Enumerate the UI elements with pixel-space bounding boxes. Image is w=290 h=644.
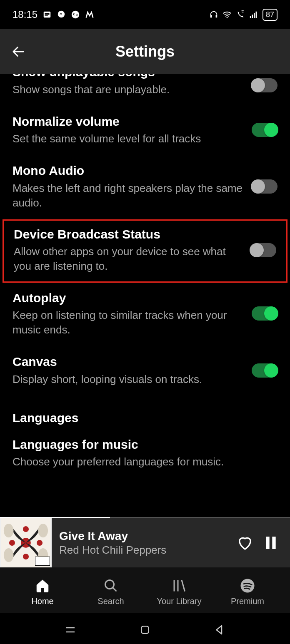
svg-rect-6	[250, 16, 251, 18]
setting-device-broadcast: Device Broadcast Status Allow other apps…	[14, 226, 276, 274]
headphones-icon	[209, 10, 218, 19]
setting-desc: Allow other apps on your device to see w…	[14, 244, 242, 274]
status-time: 18:15	[12, 9, 38, 20]
svg-point-5	[227, 17, 228, 18]
status-right: 87	[209, 9, 278, 21]
svg-rect-21	[272, 537, 275, 549]
nav-search[interactable]: Search	[77, 577, 145, 606]
search-icon	[102, 577, 119, 594]
setting-desc: Display short, looping visuals on tracks…	[12, 372, 243, 387]
toggle-device-broadcast[interactable]	[250, 243, 276, 257]
notification-shazam-icon	[71, 10, 80, 19]
signal-icon	[249, 10, 258, 19]
back-button[interactable]	[10, 43, 27, 60]
svg-point-14	[23, 526, 29, 532]
album-art[interactable]	[0, 518, 52, 567]
toggle-canvas[interactable]	[252, 363, 278, 378]
battery-level: 87	[266, 10, 274, 19]
setting-languages-for-music[interactable]: Languages for music Choose your preferre…	[0, 429, 290, 479]
status-bar: 18:15 87	[0, 0, 290, 29]
recent-apps-button[interactable]	[62, 622, 79, 638]
setting-desc: Makes the left and right speakers play t…	[12, 181, 243, 210]
notification-bubble-icon	[57, 10, 66, 19]
nav-label: Your Library	[157, 597, 201, 606]
now-playing-text[interactable]: Give It Away Red Hot Chili Peppers	[59, 530, 228, 557]
setting-mono-audio: Mono Audio Makes the left and right spea…	[0, 155, 290, 219]
status-left: 18:15	[12, 9, 94, 20]
nav-premium[interactable]: Premium	[213, 577, 282, 606]
svg-point-16	[4, 524, 14, 537]
spotify-icon	[239, 577, 256, 594]
back-nav-button[interactable]	[211, 622, 228, 638]
svg-rect-8	[254, 13, 255, 18]
explicit-badge-icon	[35, 557, 50, 566]
svg-rect-9	[256, 12, 257, 18]
highlight-box: Device Broadcast Status Allow other apps…	[2, 219, 288, 283]
setting-show-unplayable: Show unplayable songs Show songs that ar…	[0, 74, 290, 106]
setting-desc: Choose your preferred languages for musi…	[12, 455, 278, 469]
setting-desc: Set the same volume level for all tracks	[12, 132, 243, 146]
setting-desc: Show songs that are unplayable.	[12, 82, 243, 97]
svg-point-2	[72, 11, 79, 18]
nav-home[interactable]: Home	[8, 577, 77, 606]
toggle-mono-audio[interactable]	[252, 179, 278, 194]
bottom-nav: Home Search Your Library Premium	[0, 567, 290, 613]
nav-library[interactable]: Your Library	[145, 577, 213, 606]
setting-canvas: Canvas Display short, looping visuals on…	[0, 346, 290, 396]
pause-button[interactable]	[262, 534, 280, 552]
svg-point-17	[38, 524, 48, 537]
svg-point-12	[9, 540, 15, 546]
track-artist: Red Hot Chili Peppers	[59, 544, 228, 557]
battery-indicator: 87	[262, 9, 278, 21]
notification-m-icon	[85, 10, 94, 19]
section-languages: Languages	[0, 396, 290, 429]
setting-title: Autoplay	[12, 290, 243, 306]
settings-header: Settings	[0, 29, 290, 74]
toggle-show-unplayable[interactable]	[252, 78, 278, 92]
setting-desc: Keep on listening to similar tracks when…	[12, 308, 243, 337]
nav-label: Search	[98, 597, 124, 606]
nav-label: Premium	[231, 597, 264, 606]
nav-label: Home	[31, 597, 53, 606]
setting-title: Show unplayable songs	[12, 74, 243, 80]
svg-rect-24	[141, 626, 149, 634]
setting-title: Languages for music	[12, 437, 278, 453]
toggle-autoplay[interactable]	[252, 306, 278, 321]
svg-rect-4	[216, 15, 218, 17]
setting-title: Canvas	[12, 354, 243, 370]
setting-title: Normalize volume	[12, 114, 243, 129]
svg-rect-20	[266, 537, 269, 549]
system-nav	[0, 613, 290, 644]
wifi-calling-icon	[236, 10, 245, 19]
svg-point-15	[23, 554, 29, 559]
like-button[interactable]	[236, 534, 254, 552]
page-title: Settings	[115, 43, 175, 60]
setting-normalize-volume: Normalize volume Set the same volume lev…	[0, 106, 290, 156]
svg-point-18	[4, 548, 14, 562]
svg-rect-3	[210, 15, 212, 17]
home-icon	[34, 577, 51, 594]
notification-message-icon	[42, 10, 52, 19]
settings-list[interactable]: Show unplayable songs Show songs that ar…	[0, 74, 290, 515]
wifi-icon	[222, 10, 232, 19]
setting-title: Device Broadcast Status	[14, 226, 242, 242]
library-icon	[171, 577, 188, 594]
svg-point-22	[105, 580, 114, 589]
setting-title: Mono Audio	[12, 163, 243, 179]
track-title: Give It Away	[59, 530, 228, 543]
setting-autoplay: Autoplay Keep on listening to similar tr…	[0, 283, 290, 347]
home-button[interactable]	[137, 622, 153, 638]
now-playing-bar[interactable]: Give It Away Red Hot Chili Peppers	[0, 518, 290, 567]
svg-point-13	[37, 540, 42, 546]
svg-rect-7	[252, 15, 253, 18]
toggle-normalize-volume[interactable]	[252, 123, 278, 137]
